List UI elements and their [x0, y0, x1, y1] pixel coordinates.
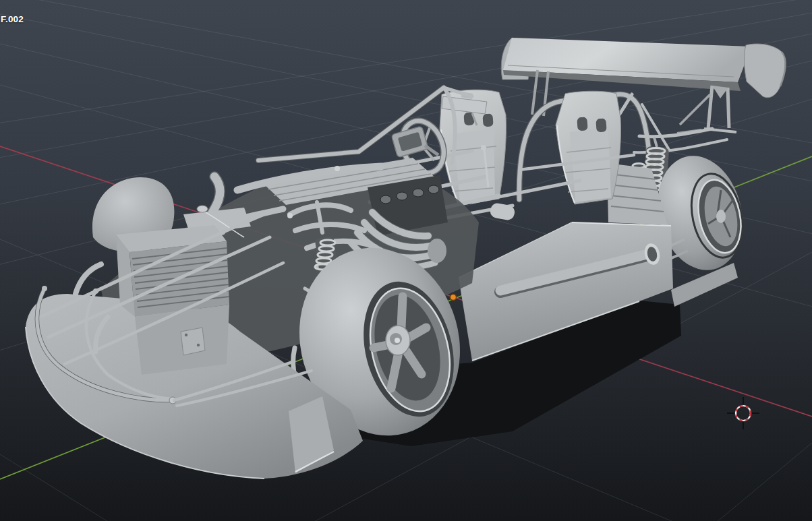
blender-3d-viewport[interactable]: F.002 [0, 0, 812, 521]
object-origin-dot [451, 295, 457, 301]
active-object-label: F.002 [1, 14, 24, 24]
viewport-canvas[interactable] [0, 0, 812, 521]
